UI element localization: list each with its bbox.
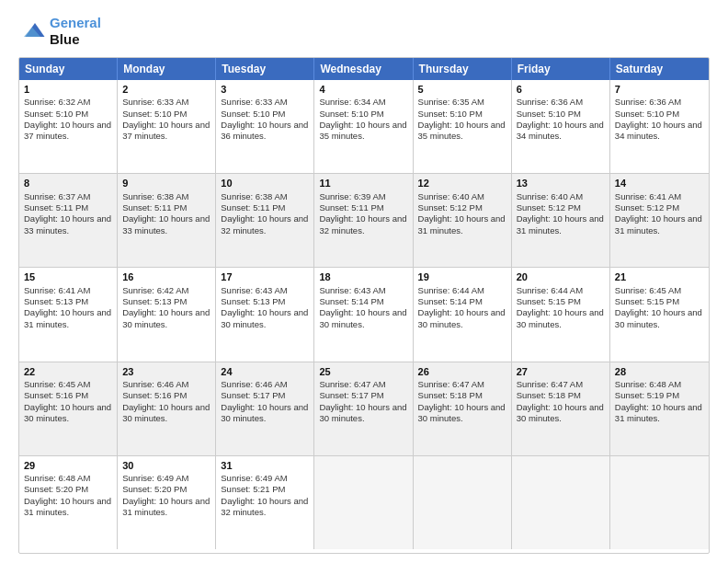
day-info-line: Daylight: 10 hours and 32 minutes. — [319, 213, 407, 236]
day-info-line: Sunrise: 6:39 AM — [319, 191, 407, 202]
calendar-cell: 15Sunrise: 6:41 AMSunset: 5:13 PMDayligh… — [19, 268, 118, 361]
day-info-line: Sunrise: 6:48 AM — [615, 379, 704, 390]
day-number: 25 — [319, 365, 407, 378]
day-number: 11 — [319, 177, 407, 190]
calendar-cell: 21Sunrise: 6:45 AMSunset: 5:15 PMDayligh… — [610, 268, 709, 361]
calendar: SundayMondayTuesdayWednesdayThursdayFrid… — [18, 57, 710, 554]
day-info-line: Daylight: 10 hours and 30 minutes. — [24, 402, 112, 425]
calendar-cell: 31Sunrise: 6:49 AMSunset: 5:21 PMDayligh… — [216, 456, 314, 549]
day-info-line: Sunset: 5:10 PM — [517, 109, 605, 120]
calendar-cell: 29Sunrise: 6:48 AMSunset: 5:20 PMDayligh… — [19, 456, 118, 549]
day-number: 17 — [221, 270, 309, 283]
day-info-line: Sunrise: 6:47 AM — [517, 379, 605, 390]
day-info-line: Sunset: 5:17 PM — [319, 390, 407, 401]
logo-text: General Blue — [50, 15, 101, 48]
calendar-cell: 7Sunrise: 6:36 AMSunset: 5:10 PMDaylight… — [610, 80, 709, 173]
day-info-line: Sunrise: 6:38 AM — [221, 191, 309, 202]
calendar-cell-empty — [610, 456, 709, 549]
day-info-line: Sunset: 5:14 PM — [418, 296, 506, 307]
calendar-cell: 14Sunrise: 6:41 AMSunset: 5:12 PMDayligh… — [610, 174, 709, 267]
calendar-cell: 25Sunrise: 6:47 AMSunset: 5:17 PMDayligh… — [314, 362, 413, 455]
calendar-cell: 8Sunrise: 6:37 AMSunset: 5:11 PMDaylight… — [19, 174, 118, 267]
day-info-line: Daylight: 10 hours and 30 minutes. — [517, 402, 605, 425]
day-info-line: Sunrise: 6:36 AM — [615, 97, 704, 108]
day-info-line: Sunset: 5:10 PM — [319, 109, 407, 120]
day-info-line: Sunset: 5:13 PM — [221, 296, 309, 307]
calendar-cell: 19Sunrise: 6:44 AMSunset: 5:14 PMDayligh… — [414, 268, 512, 361]
day-info-line: Daylight: 10 hours and 31 minutes. — [615, 213, 704, 236]
day-info-line: Daylight: 10 hours and 30 minutes. — [615, 307, 704, 330]
day-info-line: Daylight: 10 hours and 30 minutes. — [221, 307, 309, 330]
calendar-week: 8Sunrise: 6:37 AMSunset: 5:11 PMDaylight… — [19, 174, 709, 268]
calendar-cell: 23Sunrise: 6:46 AMSunset: 5:16 PMDayligh… — [118, 362, 216, 455]
day-number: 5 — [418, 83, 506, 96]
day-number: 29 — [24, 459, 112, 472]
day-info-line: Daylight: 10 hours and 31 minutes. — [24, 496, 112, 519]
day-number: 27 — [517, 365, 605, 378]
logo-icon — [18, 17, 46, 45]
page: General Blue SundayMondayTuesdayWednesda… — [0, 0, 728, 563]
day-info-line: Sunset: 5:20 PM — [24, 484, 112, 495]
day-number: 18 — [319, 270, 407, 283]
calendar-cell: 30Sunrise: 6:49 AMSunset: 5:20 PMDayligh… — [118, 456, 216, 549]
day-info-line: Sunset: 5:11 PM — [319, 202, 407, 213]
day-info-line: Sunset: 5:15 PM — [615, 296, 704, 307]
day-number: 26 — [418, 365, 506, 378]
day-info-line: Daylight: 10 hours and 31 minutes. — [122, 496, 210, 519]
day-info-line: Sunset: 5:18 PM — [517, 390, 605, 401]
day-info-line: Daylight: 10 hours and 34 minutes. — [517, 120, 605, 143]
day-info-line: Daylight: 10 hours and 30 minutes. — [221, 402, 309, 425]
calendar-cell: 16Sunrise: 6:42 AMSunset: 5:13 PMDayligh… — [118, 268, 216, 361]
day-info-line: Sunrise: 6:45 AM — [615, 285, 704, 296]
day-info-line: Sunrise: 6:48 AM — [24, 473, 112, 484]
day-info-line: Daylight: 10 hours and 30 minutes. — [517, 307, 605, 330]
calendar-header-cell: Saturday — [610, 58, 709, 80]
day-info-line: Daylight: 10 hours and 37 minutes. — [122, 120, 210, 143]
calendar-week: 29Sunrise: 6:48 AMSunset: 5:20 PMDayligh… — [19, 456, 709, 549]
day-info-line: Daylight: 10 hours and 34 minutes. — [615, 120, 704, 143]
day-info-line: Sunset: 5:14 PM — [319, 296, 407, 307]
day-info-line: Daylight: 10 hours and 31 minutes. — [615, 402, 704, 425]
day-number: 9 — [122, 177, 210, 190]
day-info-line: Sunrise: 6:35 AM — [418, 97, 506, 108]
day-number: 22 — [24, 365, 112, 378]
day-number: 6 — [517, 83, 605, 96]
day-info-line: Sunrise: 6:45 AM — [24, 379, 112, 390]
calendar-cell: 28Sunrise: 6:48 AMSunset: 5:19 PMDayligh… — [610, 362, 709, 455]
calendar-cell: 12Sunrise: 6:40 AMSunset: 5:12 PMDayligh… — [414, 174, 512, 267]
day-info-line: Sunrise: 6:43 AM — [221, 285, 309, 296]
day-info-line: Sunrise: 6:37 AM — [24, 191, 112, 202]
day-number: 15 — [24, 270, 112, 283]
day-info-line: Sunrise: 6:33 AM — [122, 97, 210, 108]
calendar-cell: 17Sunrise: 6:43 AMSunset: 5:13 PMDayligh… — [216, 268, 314, 361]
day-info-line: Daylight: 10 hours and 31 minutes. — [24, 307, 112, 330]
calendar-cell: 2Sunrise: 6:33 AMSunset: 5:10 PMDaylight… — [118, 80, 216, 173]
day-info-line: Sunrise: 6:44 AM — [418, 285, 506, 296]
day-info-line: Sunset: 5:20 PM — [122, 484, 210, 495]
calendar-cell: 4Sunrise: 6:34 AMSunset: 5:10 PMDaylight… — [314, 80, 413, 173]
calendar-cell-empty — [414, 456, 512, 549]
day-info-line: Sunset: 5:13 PM — [122, 296, 210, 307]
day-info-line: Sunset: 5:11 PM — [24, 202, 112, 213]
calendar-body: 1Sunrise: 6:32 AMSunset: 5:10 PMDaylight… — [19, 80, 709, 549]
day-number: 24 — [221, 365, 309, 378]
day-info-line: Sunset: 5:10 PM — [24, 109, 112, 120]
day-info-line: Sunset: 5:18 PM — [418, 390, 506, 401]
day-info-line: Daylight: 10 hours and 33 minutes. — [122, 213, 210, 236]
day-info-line: Sunset: 5:10 PM — [122, 109, 210, 120]
day-info-line: Daylight: 10 hours and 30 minutes. — [319, 307, 407, 330]
day-info-line: Sunrise: 6:42 AM — [122, 285, 210, 296]
calendar-header-cell: Sunday — [19, 58, 118, 80]
day-number: 3 — [221, 83, 309, 96]
day-info-line: Sunset: 5:10 PM — [221, 109, 309, 120]
day-info-line: Daylight: 10 hours and 30 minutes. — [418, 307, 506, 330]
calendar-cell: 13Sunrise: 6:40 AMSunset: 5:12 PMDayligh… — [512, 174, 610, 267]
day-info-line: Sunrise: 6:32 AM — [24, 97, 112, 108]
day-number: 19 — [418, 270, 506, 283]
day-info-line: Sunrise: 6:40 AM — [418, 191, 506, 202]
calendar-cell: 1Sunrise: 6:32 AMSunset: 5:10 PMDaylight… — [19, 80, 118, 173]
day-info-line: Sunset: 5:19 PM — [615, 390, 704, 401]
calendar-cell: 6Sunrise: 6:36 AMSunset: 5:10 PMDaylight… — [512, 80, 610, 173]
calendar-cell: 27Sunrise: 6:47 AMSunset: 5:18 PMDayligh… — [512, 362, 610, 455]
day-number: 2 — [122, 83, 210, 96]
